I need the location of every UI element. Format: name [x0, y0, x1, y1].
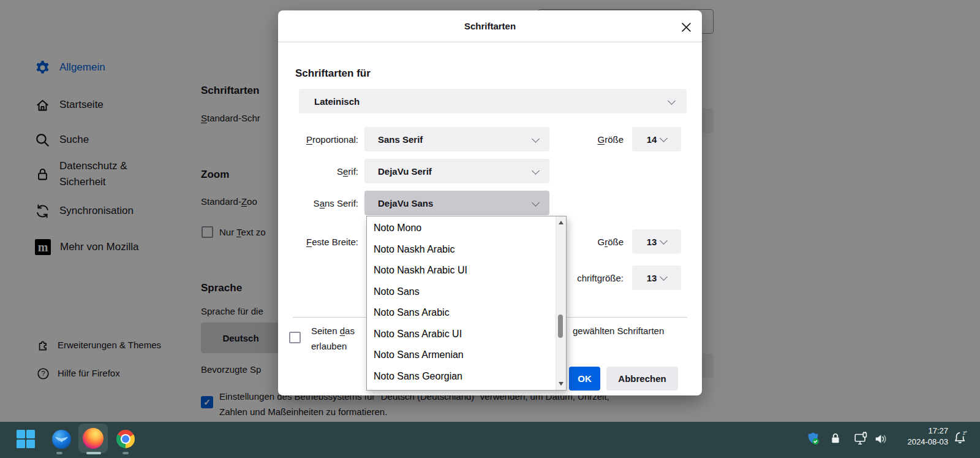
- lock-tray-icon[interactable]: [829, 432, 842, 445]
- fixed-size-select[interactable]: 13: [632, 229, 681, 254]
- font-option[interactable]: Noto Sans: [367, 281, 556, 303]
- serif-select[interactable]: DejaVu Serif: [364, 159, 549, 183]
- allow-pages-checkbox[interactable]: [289, 332, 301, 343]
- chevron-down-icon: [660, 273, 668, 281]
- scrollbar-thumb[interactable]: [558, 315, 563, 338]
- allow-pages-label-left: Seiten das: [311, 326, 355, 336]
- font-option[interactable]: Noto Sans Arabic UI: [367, 324, 556, 345]
- chevron-down-icon: [660, 237, 668, 245]
- scroll-up-icon[interactable]: [559, 221, 564, 224]
- chevron-down-icon: [532, 135, 540, 143]
- scroll-down-icon[interactable]: [559, 382, 564, 386]
- font-dropdown-list: Noto Mono Noto Naskh Arabic Noto Naskh A…: [366, 216, 567, 391]
- fixed-width-label: Feste Breite:: [278, 229, 358, 254]
- windows-start-icon[interactable]: [17, 430, 35, 448]
- active-indicator: [86, 452, 101, 454]
- running-indicator: [123, 452, 129, 454]
- sans-serif-label: Sans Serif:: [278, 191, 358, 215]
- dialog-title: Schriftarten: [278, 21, 702, 31]
- dialog-header-divider: [278, 42, 702, 42]
- security-shield-icon[interactable]: [806, 432, 820, 446]
- svg-text:z: z: [965, 430, 967, 433]
- font-option[interactable]: Noto Sans Arabic: [367, 302, 556, 324]
- bell-icon[interactable]: zz: [953, 430, 968, 445]
- size-label-proportional: Größe: [541, 127, 624, 151]
- serif-label: Serif:: [278, 159, 358, 183]
- chevron-down-icon: [532, 167, 540, 175]
- fonts-for-label: Schriftarten für: [295, 67, 371, 80]
- display-connect-icon[interactable]: [854, 432, 869, 446]
- allow-pages-label-line2: erlauben: [311, 341, 347, 351]
- min-font-size-select[interactable]: 13: [632, 265, 681, 290]
- firefox-icon[interactable]: [83, 428, 104, 449]
- font-option[interactable]: Noto Sans Georgian: [367, 366, 556, 387]
- font-option[interactable]: Noto Naskh Arabic: [367, 239, 556, 261]
- ok-button[interactable]: OK: [569, 367, 600, 391]
- dropdown-scrollbar[interactable]: [556, 216, 566, 390]
- chrome-icon[interactable]: [116, 430, 135, 448]
- font-option[interactable]: Noto Naskh Arabic UI: [367, 260, 556, 281]
- thunderbird-icon[interactable]: [51, 429, 72, 449]
- running-indicator: [56, 452, 62, 454]
- taskbar: 17:27 2024-08-03 zz: [0, 422, 980, 458]
- close-icon[interactable]: [677, 18, 695, 36]
- chevron-down-icon: [668, 97, 676, 105]
- sans-serif-select[interactable]: DejaVu Sans: [364, 191, 549, 215]
- clock-date: 2024-08-03: [882, 437, 948, 448]
- cancel-button[interactable]: Abbrechen: [606, 367, 678, 391]
- taskbar-clock[interactable]: 17:27 2024-08-03: [882, 426, 948, 448]
- proportional-label: Proportional:: [278, 127, 358, 151]
- desktop-screen: Allgemein Startseite Suche Datenschutz &…: [0, 0, 980, 458]
- clock-time: 17:27: [882, 426, 948, 437]
- font-option[interactable]: Noto Mono: [367, 218, 556, 239]
- proportional-select[interactable]: Sans Serif: [364, 127, 549, 151]
- chevron-down-icon: [660, 134, 668, 142]
- chevron-down-icon: [532, 199, 540, 207]
- proportional-size-select[interactable]: 14: [632, 127, 681, 151]
- font-option[interactable]: Noto Sans Hebrew: [367, 387, 556, 391]
- font-option[interactable]: Noto Sans Armenian: [367, 345, 556, 366]
- script-select[interactable]: Lateinisch: [299, 89, 687, 113]
- allow-pages-label-right: gewählten Schriftarten: [573, 326, 664, 336]
